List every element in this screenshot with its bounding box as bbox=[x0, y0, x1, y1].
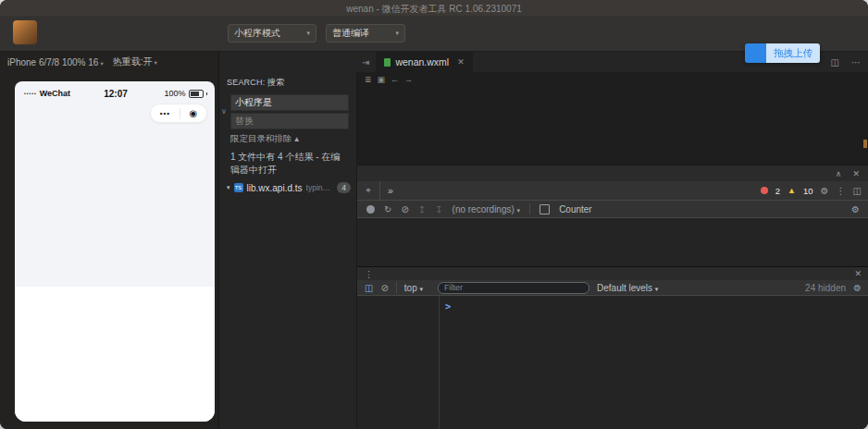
console-toolbar: ◫ ⊘ top ▾ Filter Default levels ▾ 24 hid… bbox=[357, 280, 868, 296]
inspect-element-icon[interactable]: ⌖ bbox=[357, 181, 380, 200]
warning-badge-icon: ▲ bbox=[787, 186, 796, 195]
console-prompt[interactable]: > bbox=[440, 296, 868, 316]
compile-mode-value: 普通编译 bbox=[332, 27, 369, 40]
more-tabs-icon[interactable]: » bbox=[380, 181, 401, 200]
capsule-close-icon[interactable]: ◉ bbox=[190, 108, 198, 118]
hidden-count: 24 hidden bbox=[805, 283, 846, 293]
console-header: ⋮ ✕ bbox=[357, 266, 868, 280]
settings-gear-icon[interactable]: ⚙ bbox=[821, 186, 829, 196]
file-name: lib.wx.api.d.ts bbox=[247, 183, 303, 193]
forward-icon[interactable]: → bbox=[404, 75, 413, 84]
console-body: > bbox=[357, 296, 868, 429]
tree-caret-icon[interactable]: ▾ bbox=[227, 184, 230, 191]
capsule-divider bbox=[180, 108, 180, 119]
console-settings-gear-icon[interactable]: ⚙ bbox=[853, 283, 862, 293]
page-background bbox=[15, 287, 215, 422]
console-messages: > bbox=[440, 296, 868, 429]
chevron-down-icon: ▾ bbox=[100, 60, 103, 67]
app-mode-select[interactable]: 小程序模式 ▾ bbox=[228, 24, 316, 43]
simulator-panel: iPhone 6/7/8 100% 16▾ 热重载:开▾ ••••• WeCha… bbox=[0, 52, 218, 429]
upload-tooltip[interactable]: 拖拽上传 bbox=[745, 43, 820, 63]
perf-settings-gear-icon[interactable]: ⚙ bbox=[851, 204, 860, 214]
user-avatar[interactable] bbox=[13, 20, 37, 44]
split-editor-icon[interactable]: ◫ bbox=[831, 57, 839, 67]
activity-bar bbox=[219, 52, 357, 72]
device-select[interactable]: iPhone 6/7/8 100% 16▾ bbox=[7, 57, 104, 67]
search-filter-toggle[interactable]: 限定目录和排除 ▴ bbox=[230, 133, 349, 145]
log-levels-select[interactable]: Default levels ▾ bbox=[597, 283, 658, 293]
compile-mode-select[interactable]: 普通编译 ▾ bbox=[326, 24, 405, 43]
console-filter-input[interactable]: Filter bbox=[438, 282, 589, 294]
performance-empty-state bbox=[357, 218, 868, 266]
drag-grip-icon[interactable]: ⋮ bbox=[365, 269, 374, 279]
battery-percent: 100% bbox=[164, 89, 185, 98]
breadcrumb: ≣ ▣ ← → bbox=[357, 72, 868, 86]
toggle-replace-icon[interactable]: ∨ bbox=[221, 107, 227, 116]
search-query: 小程序是 bbox=[231, 95, 348, 110]
caret-up-icon: ▴ bbox=[294, 133, 299, 143]
chevron-down-icon: ▾ bbox=[655, 286, 659, 292]
chevron-down-icon: ▾ bbox=[154, 59, 156, 66]
counter-label: Counter bbox=[559, 204, 592, 214]
search-file-row[interactable]: ▾ TS lib.wx.api.d.ts typings\types\... 4 bbox=[219, 180, 356, 195]
console-sidebar bbox=[357, 296, 440, 429]
close-drawer-icon[interactable]: ✕ bbox=[854, 269, 862, 278]
close-tab-icon[interactable]: ✕ bbox=[457, 57, 465, 67]
bookmark-icon[interactable]: ▣ bbox=[378, 75, 386, 84]
clear-console-icon[interactable]: ⊘ bbox=[380, 283, 388, 293]
editor-main: ≣ ▣ ← → ∧ ✕ ⌖ » bbox=[357, 72, 868, 429]
window-title: wenan - 微信开发者工具 RC 1.06.2310071 bbox=[346, 3, 522, 16]
error-badge-icon bbox=[761, 187, 768, 194]
toolbar-divider bbox=[529, 203, 530, 214]
app-mode-value: 小程序模式 bbox=[234, 27, 280, 40]
reload-icon[interactable]: ↻ bbox=[384, 204, 391, 214]
debug-panel-actions: ∧ ✕ bbox=[836, 169, 860, 178]
replace-input[interactable]: 替换 bbox=[230, 113, 349, 129]
back-icon[interactable]: ← bbox=[391, 75, 399, 84]
app-window: wenan - 微信开发者工具 RC 1.06.2310071 小程序模式 ▾ … bbox=[0, 0, 868, 429]
search-title: SEARCH: 搜索 bbox=[227, 77, 285, 89]
clear-icon[interactable]: ⊘ bbox=[401, 204, 408, 214]
code-editor[interactable] bbox=[357, 86, 868, 165]
devtools-tabbar: ⌖ » 2 ▲ 10 ⚙ ⋮ ◫ bbox=[357, 181, 868, 200]
search-header: SEARCH: 搜索 bbox=[219, 72, 356, 92]
performance-toolbar: ↻ ⊘ ↥ ↧ (no recordings) ▾ Counter ⚙ bbox=[357, 200, 868, 218]
scrollbar-marker bbox=[863, 140, 867, 148]
devtools-right-cluster: 2 ▲ 10 ⚙ ⋮ ◫ bbox=[761, 186, 868, 196]
record-icon[interactable] bbox=[366, 205, 375, 214]
result-count-badge: 4 bbox=[337, 182, 351, 193]
close-panel-icon[interactable]: ✕ bbox=[852, 169, 860, 178]
warning-count: 10 bbox=[803, 186, 813, 196]
more-actions-icon[interactable]: ⋯ bbox=[851, 57, 861, 67]
search-input[interactable]: 小程序是 bbox=[230, 94, 349, 111]
context-select[interactable]: top ▾ bbox=[404, 283, 423, 293]
recordings-select[interactable]: (no recordings) ▾ bbox=[453, 204, 521, 214]
miniprogram-capsule[interactable]: ••• ◉ bbox=[150, 104, 207, 123]
phone-screen: ••••• WeChat 12:07 100% ••• ◉ bbox=[15, 81, 215, 422]
search-sidebar: SEARCH: 搜索 ∨ 小程序是 替换 限定目录和排除 ▴ 1 文件中有 4 … bbox=[219, 72, 357, 429]
hot-reload-select[interactable]: 热重载:开▾ bbox=[113, 55, 157, 68]
chevron-down-icon: ▾ bbox=[395, 30, 399, 37]
outline-icon[interactable]: ≣ bbox=[365, 75, 372, 84]
tab-jump-icon[interactable]: ⇥ bbox=[362, 57, 369, 67]
chevron-down-icon: ▾ bbox=[306, 30, 310, 37]
phone-statusbar: ••••• WeChat 12:07 100% bbox=[24, 88, 207, 99]
wxml-file-icon bbox=[384, 58, 391, 67]
signal-icon: ••••• bbox=[24, 91, 37, 96]
editor-column: ⇥ wenan.wxml ✕ ◫ ⋯ SEARCH: 搜索 ∨ 小程序是 bbox=[218, 52, 868, 429]
kebab-menu-icon[interactable]: ⋮ bbox=[837, 186, 846, 196]
battery-icon bbox=[189, 90, 204, 98]
collapse-panel-icon[interactable]: ∧ bbox=[836, 169, 842, 178]
editor-tab[interactable]: wenan.wxml ✕ bbox=[376, 52, 472, 72]
status-time: 12:07 bbox=[104, 89, 128, 99]
load-profile-icon[interactable]: ↥ bbox=[418, 204, 426, 214]
capsule-menu-icon[interactable]: ••• bbox=[160, 109, 170, 117]
console-sidebar-toggle-icon[interactable]: ◫ bbox=[365, 283, 373, 293]
main-toolbar: 小程序模式 ▾ 普通编译 ▾ bbox=[0, 16, 868, 52]
counter-checkbox[interactable] bbox=[539, 204, 550, 214]
ts-file-icon: TS bbox=[234, 183, 243, 192]
debug-panel-tabs: ∧ ✕ bbox=[357, 165, 868, 181]
console-drawer: ⋮ ✕ ◫ ⊘ top ▾ Filter Default levels ▾ 24… bbox=[357, 266, 868, 429]
save-profile-icon[interactable]: ↧ bbox=[435, 204, 442, 214]
dock-side-icon[interactable]: ◫ bbox=[853, 186, 862, 196]
